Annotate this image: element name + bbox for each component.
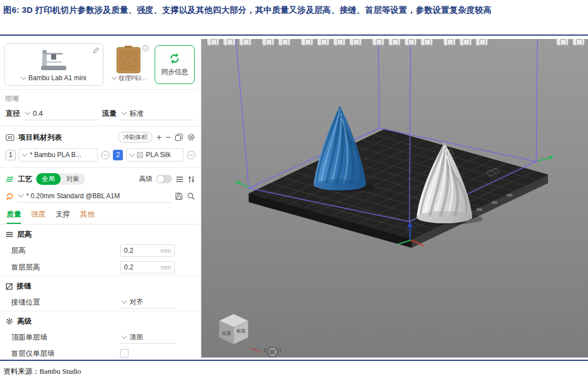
reset-preset-icon[interactable] bbox=[6, 192, 14, 200]
flush-volumes-button[interactable]: 冲刷体积 bbox=[118, 132, 152, 143]
viewport-toolbar-icon[interactable] bbox=[443, 39, 456, 46]
viewport-toolbar-icon[interactable] bbox=[317, 39, 329, 46]
viewport-toolbar-icon[interactable] bbox=[476, 39, 488, 46]
diameter-label: 直径 bbox=[6, 109, 20, 119]
search-icon[interactable] bbox=[187, 192, 195, 200]
first-layer-single-wall-checkbox[interactable] bbox=[120, 349, 129, 357]
group-layer-height: 层高 层高 0.2 mm 首层层高 0.2 mm bbox=[0, 224, 201, 276]
viewport-toolbar-icon[interactable] bbox=[301, 39, 313, 46]
viewport-toolbar-icon[interactable] bbox=[262, 39, 274, 46]
process-title: 工艺 bbox=[18, 174, 32, 184]
group-seam: 接缝 接缝位置 对齐 bbox=[0, 276, 201, 311]
first-layer-height-input[interactable]: 0.2 mm bbox=[120, 261, 175, 273]
scope-global-tab[interactable]: 全局 bbox=[36, 173, 61, 185]
duplicate-icon[interactable] bbox=[175, 133, 183, 141]
setting-row: 首层层高 0.2 mm bbox=[0, 259, 201, 276]
viewport-toolbar-icon[interactable] bbox=[572, 39, 585, 46]
layer-height-input[interactable]: 0.2 mm bbox=[120, 244, 175, 257]
seam-icon bbox=[6, 283, 13, 290]
setting-label: 接缝位置 bbox=[11, 297, 120, 307]
viewport-toolbar-icon[interactable] bbox=[388, 39, 401, 46]
chevron-down-icon bbox=[111, 75, 117, 80]
process-header: 工艺 全局 对象 高级 bbox=[0, 168, 201, 188]
nozzle-diameter-select[interactable]: 0.4 bbox=[23, 107, 99, 120]
filament-2-index[interactable]: 2 bbox=[113, 150, 123, 160]
tab-strength[interactable]: 强度 bbox=[31, 209, 46, 224]
setting-row: 首层仅单层墙 bbox=[0, 346, 201, 357]
filament-1-select[interactable]: * Bambu PLA B... bbox=[19, 148, 97, 161]
figure-source: 资料来源：Bambu Studio bbox=[3, 366, 81, 376]
setting-row: 顶面单层墙 顶面 bbox=[0, 329, 201, 346]
nav-cube-left-label: 左面 bbox=[222, 331, 231, 336]
nav-cube-front-label: 前面 bbox=[236, 329, 246, 334]
process-icon bbox=[6, 175, 14, 183]
tab-quality[interactable]: 质量 bbox=[7, 209, 21, 224]
plate-selector-card[interactable]: 纹理PEI... bbox=[108, 43, 150, 86]
add-filament-icon[interactable]: + bbox=[156, 133, 161, 142]
diameter-value: 0.4 bbox=[33, 109, 43, 117]
gear-icon[interactable] bbox=[187, 133, 195, 141]
navigation-cube[interactable]: 左面 前面 bbox=[219, 314, 248, 344]
filament-2-color-swatch bbox=[137, 152, 143, 158]
viewport-toolbar-icon[interactable] bbox=[239, 39, 251, 46]
viewport-toolbar-icon[interactable] bbox=[278, 39, 290, 46]
advanced-label: 高级 bbox=[139, 174, 152, 184]
device-cards: Bambu Lab A1 mini bbox=[0, 39, 201, 89]
delete-filament-2-icon[interactable] bbox=[187, 151, 195, 159]
viewport-toolbar-icon[interactable] bbox=[223, 39, 235, 46]
scope-objects-tab[interactable]: 对象 bbox=[61, 173, 85, 185]
tab-support[interactable]: 支撑 bbox=[56, 209, 70, 224]
sync-info-button[interactable]: 同步信息 bbox=[155, 45, 195, 84]
preset-value: * 0.20mm Standard @BBL A1M bbox=[26, 192, 120, 200]
viewport-toolbar-icon[interactable] bbox=[556, 39, 569, 46]
seam-position-select[interactable]: 对齐 bbox=[120, 296, 176, 308]
nozzle-row: 直径 0.4 流量 标准 bbox=[0, 105, 201, 126]
delete-filament-1-icon[interactable] bbox=[101, 151, 110, 159]
setting-label: 顶面单层墙 bbox=[11, 332, 120, 342]
setting-value: 顶面 bbox=[130, 332, 143, 342]
parameter-table-icon[interactable] bbox=[187, 175, 195, 183]
sync-label: 同步信息 bbox=[161, 67, 188, 77]
setting-row: 层高 0.2 mm bbox=[0, 242, 201, 259]
viewport-toolbar-icon[interactable] bbox=[349, 39, 362, 46]
viewport-toolbar-icon[interactable] bbox=[404, 39, 417, 46]
viewport-toolbar-icon[interactable] bbox=[372, 39, 384, 46]
viewport-toolbar-icon[interactable] bbox=[421, 39, 433, 46]
setting-value: 对齐 bbox=[130, 297, 143, 307]
filament-1-index[interactable]: 1 bbox=[6, 150, 16, 160]
filament-row: 1 * Bambu PLA B... 2 PLA Silk bbox=[0, 147, 201, 167]
advanced-group-icon bbox=[6, 317, 13, 325]
settings-panel: Bambu Lab A1 mini bbox=[0, 39, 201, 357]
menu-list-icon[interactable] bbox=[176, 176, 184, 183]
info-icon[interactable] bbox=[142, 45, 149, 52]
viewport-3d[interactable]: Bambu Textured PEI Plate bbox=[201, 39, 588, 357]
remove-filament-icon[interactable]: − bbox=[166, 133, 171, 142]
viewport-toolbar-icon[interactable] bbox=[207, 39, 219, 46]
setting-label: 首层仅单层墙 bbox=[11, 349, 120, 358]
scene-3d[interactable]: Bambu Textured PEI Plate bbox=[201, 39, 588, 357]
setting-unit: mm bbox=[161, 247, 171, 254]
scope-toggle: 全局 对象 bbox=[36, 173, 85, 185]
filament-2-select[interactable]: PLA Silk bbox=[126, 148, 184, 161]
setting-label: 层高 bbox=[11, 246, 120, 256]
group-advanced: 高级 顶面单层墙 顶面 首层仅单层墙 bbox=[0, 311, 201, 357]
setting-row: 接缝位置 对齐 bbox=[0, 294, 201, 311]
advanced-toggle[interactable] bbox=[156, 175, 172, 183]
viewport-toolbar-icon[interactable] bbox=[459, 39, 472, 46]
setting-label: 首层层高 bbox=[11, 262, 120, 272]
bambu-studio-screenshot: Bambu Lab A1 mini bbox=[0, 39, 588, 357]
report-figure: 图6: 3D 打印机切片参数涉及质量、强度、支撑以及其他四大部分，其中质量又涉及… bbox=[0, 0, 588, 382]
process-preset-select[interactable]: * 0.20mm Standard @BBL A1M bbox=[18, 189, 171, 203]
group-title: 层高 bbox=[17, 229, 32, 239]
flow-value: 标准 bbox=[130, 109, 144, 119]
viewport-toolbar bbox=[207, 39, 585, 46]
viewport-toolbar-icon[interactable] bbox=[333, 39, 345, 46]
flow-select[interactable]: 标准 bbox=[120, 107, 196, 120]
setting-value: 0.2 bbox=[124, 263, 134, 271]
printer-selector-card[interactable]: Bambu Lab A1 mini bbox=[4, 43, 103, 86]
tab-others[interactable]: 其他 bbox=[80, 209, 95, 224]
edit-printer-icon[interactable] bbox=[92, 47, 100, 54]
save-preset-icon[interactable] bbox=[175, 192, 183, 200]
chevron-down-icon bbox=[22, 151, 28, 156]
top-single-wall-select[interactable]: 顶面 bbox=[120, 331, 176, 344]
